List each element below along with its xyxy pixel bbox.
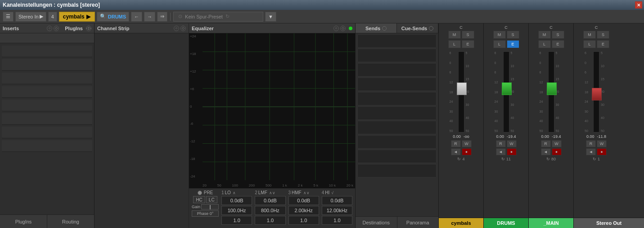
cs-diamond-icon[interactable]: ◇ bbox=[180, 26, 186, 31]
ch3-e-button[interactable]: E bbox=[552, 40, 564, 48]
ch1-solo-button[interactable]: S bbox=[462, 31, 474, 39]
band3-freq-value[interactable]: 2.00kHz bbox=[288, 206, 319, 215]
insert-slot-7[interactable] bbox=[2, 127, 92, 138]
band2-q-value[interactable]: 1.0 bbox=[255, 216, 285, 225]
insert-slot-2[interactable] bbox=[2, 59, 92, 71]
band4-gain-value[interactable]: 0.0dB bbox=[322, 196, 352, 205]
sends-slot-8[interactable] bbox=[357, 135, 437, 149]
sends-slot-3[interactable] bbox=[357, 63, 437, 77]
cue-sends-dot[interactable] bbox=[429, 26, 433, 31]
ch4-fader-track[interactable] bbox=[593, 51, 599, 132]
ch4-w-button[interactable]: W bbox=[597, 140, 607, 147]
panorama-button[interactable]: Panorama bbox=[397, 217, 439, 228]
ch2-e-button[interactable]: E bbox=[507, 40, 519, 48]
gain-slider[interactable] bbox=[201, 204, 219, 210]
ch1-fader-track[interactable] bbox=[458, 51, 464, 132]
insert-slot-8[interactable] bbox=[2, 140, 92, 152]
ch4-monitor-button[interactable]: ◄ bbox=[586, 148, 596, 155]
sends-slot-4[interactable] bbox=[357, 78, 437, 91]
band4-freq-value[interactable]: 12.00kHz bbox=[322, 206, 352, 215]
ch2-l-button[interactable]: L bbox=[493, 40, 506, 48]
sends-dot[interactable] bbox=[382, 26, 387, 31]
ch3-l-button[interactable]: L bbox=[538, 40, 551, 48]
ch4-solo-button[interactable]: S bbox=[597, 31, 609, 39]
ch3-fader-knob[interactable] bbox=[547, 82, 557, 95]
insert-slot-5[interactable] bbox=[2, 100, 92, 111]
ch2-r-button[interactable]: R bbox=[496, 140, 506, 147]
ch1-r-button[interactable]: R bbox=[451, 140, 461, 147]
insert-slot-4[interactable] bbox=[2, 86, 92, 98]
sends-slot-2[interactable] bbox=[357, 49, 437, 62]
sends-slot-10[interactable] bbox=[357, 164, 437, 178]
band1-q-value[interactable]: 1.0 bbox=[221, 216, 252, 225]
routing-button[interactable]: Routing bbox=[47, 215, 94, 228]
band2-freq-value[interactable]: 800.0Hz bbox=[255, 206, 285, 215]
band1-freq-value[interactable]: 100.0Hz bbox=[221, 206, 252, 215]
phase-button[interactable]: Phase 0° bbox=[192, 210, 219, 217]
ch3-rec-button[interactable]: ● bbox=[552, 148, 562, 155]
stereo-in-button[interactable]: Stereo In ▶ bbox=[15, 12, 46, 22]
forward-button[interactable]: → bbox=[144, 12, 155, 22]
sends-slot-5[interactable] bbox=[357, 92, 437, 105]
ch4-e-button[interactable]: E bbox=[597, 40, 609, 48]
ch4-l-button[interactable]: L bbox=[583, 40, 596, 48]
eq-circle-icon[interactable]: ○ bbox=[333, 26, 339, 31]
band1-gain-value[interactable]: 0.0dB bbox=[221, 196, 252, 205]
destinations-button[interactable]: Destinations bbox=[356, 217, 397, 228]
ch1-monitor-button[interactable]: ◄ bbox=[451, 148, 461, 155]
hc-button[interactable]: HC bbox=[193, 196, 205, 203]
ch3-mute-button[interactable]: M bbox=[538, 31, 551, 39]
ch1-l-button[interactable]: L bbox=[448, 40, 461, 48]
insert-slot-6[interactable] bbox=[2, 113, 92, 125]
ch3-w-button[interactable]: W bbox=[552, 140, 562, 147]
eq-diamond-icon[interactable]: ◇ bbox=[340, 26, 346, 31]
ch4-r-button[interactable]: R bbox=[586, 140, 596, 147]
pre-dot[interactable] bbox=[198, 191, 202, 195]
export-button[interactable]: ⇒ bbox=[157, 12, 167, 22]
ch2-monitor-button[interactable]: ◄ bbox=[496, 148, 506, 155]
ch2-mute-button[interactable]: M bbox=[493, 31, 506, 39]
channel-name-display[interactable]: cymbals ▶ bbox=[59, 12, 95, 22]
band4-q-value[interactable]: 1.0 bbox=[322, 216, 352, 225]
ch2-fader-knob[interactable] bbox=[502, 82, 512, 95]
insert-slot-3[interactable] bbox=[2, 73, 92, 84]
channel-num-button[interactable]: 4 bbox=[48, 12, 57, 22]
cs-circle-icon[interactable]: ○ bbox=[174, 26, 179, 31]
ch3-monitor-button[interactable]: ◄ bbox=[541, 148, 551, 155]
ch4-fader-knob[interactable] bbox=[592, 88, 602, 100]
preset-display[interactable]: ⊙ Kein Spur-Preset ↻ bbox=[173, 12, 263, 22]
strip-icon[interactable]: ◁▷ bbox=[86, 26, 91, 31]
ch3-fader-track[interactable] bbox=[548, 51, 554, 132]
sends-slot-7[interactable] bbox=[357, 121, 437, 134]
band3-gain-value[interactable]: 0.0dB bbox=[288, 196, 319, 205]
cue-sends-tab[interactable]: Cue-Sends bbox=[397, 23, 438, 33]
ch1-mute-button[interactable]: M bbox=[448, 31, 461, 39]
plugins-button[interactable]: PlugIns bbox=[0, 215, 47, 228]
lc-button[interactable]: LC bbox=[206, 196, 217, 203]
preset-dropdown-button[interactable]: ▼ bbox=[265, 12, 276, 22]
ch1-fader-knob[interactable] bbox=[457, 82, 467, 95]
back-button[interactable]: ← bbox=[131, 12, 142, 22]
eq-display[interactable]: +24 +18 +12 +6 0 -6 -12 -18 -24 bbox=[189, 33, 355, 188]
inserts-diamond-icon[interactable]: ◇ bbox=[54, 26, 59, 31]
ch3-solo-button[interactable]: S bbox=[552, 31, 564, 39]
ch1-e-button[interactable]: E bbox=[462, 40, 474, 48]
ch3-r-button[interactable]: R bbox=[541, 140, 551, 147]
insert-slot-1[interactable] bbox=[2, 46, 92, 57]
ch2-w-button[interactable]: W bbox=[507, 140, 517, 147]
ch1-rec-button[interactable]: ● bbox=[462, 148, 472, 155]
ch2-fader-track[interactable] bbox=[503, 51, 509, 132]
ch4-mute-button[interactable]: M bbox=[583, 31, 596, 39]
ch2-rec-button[interactable]: ● bbox=[507, 148, 517, 155]
sends-tab[interactable]: Sends bbox=[356, 23, 397, 33]
sends-slot-9[interactable] bbox=[357, 150, 437, 163]
menu-button[interactable]: ☰ bbox=[3, 12, 14, 22]
ch1-w-button[interactable]: W bbox=[462, 140, 472, 147]
band3-q-value[interactable]: 1.0 bbox=[288, 216, 319, 225]
ch4-rec-button[interactable]: ● bbox=[597, 148, 607, 155]
sends-slot-6[interactable] bbox=[357, 106, 437, 120]
close-button[interactable]: ✕ bbox=[635, 1, 642, 9]
sends-slot-1[interactable] bbox=[357, 34, 437, 48]
inserts-circle-icon[interactable]: ○ bbox=[47, 26, 52, 31]
band2-gain-value[interactable]: 0.0dB bbox=[255, 196, 285, 205]
